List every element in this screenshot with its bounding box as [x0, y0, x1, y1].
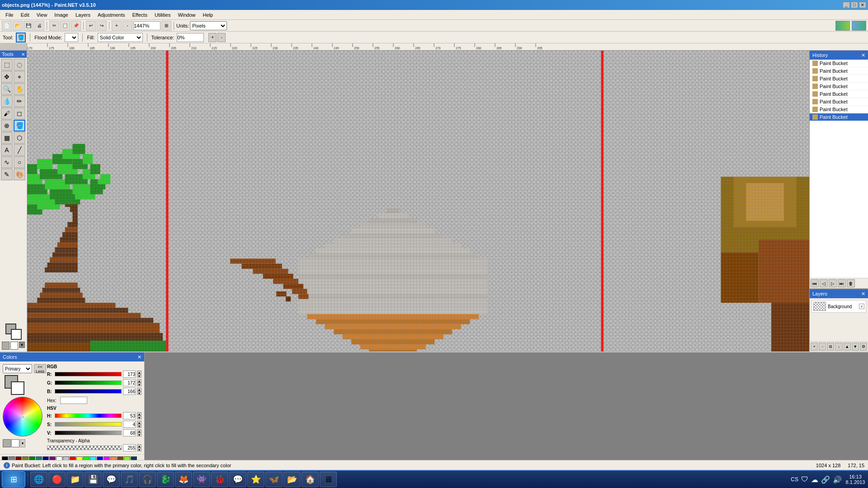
- tool-pan[interactable]: ✋: [14, 83, 25, 95]
- taskbar-floppy[interactable]: 💾: [85, 472, 102, 487]
- history-item-7[interactable]: Paint Bucket: [810, 106, 868, 113]
- redo-button[interactable]: ↪: [97, 21, 107, 31]
- tool-text[interactable]: A: [1, 144, 13, 156]
- menu-utilities[interactable]: Utilities: [151, 10, 174, 19]
- taskbar-alien[interactable]: 👾: [193, 472, 210, 487]
- menu-window[interactable]: Window: [174, 10, 199, 19]
- taskbar-butterfly[interactable]: 🦋: [265, 472, 283, 487]
- color-wheel-container[interactable]: [3, 397, 42, 436]
- tool-lasso[interactable]: ◌: [14, 59, 25, 70]
- g-input[interactable]: 172: [123, 379, 136, 386]
- history-item-8[interactable]: Paint Bucket: [810, 113, 868, 121]
- taskbar-chat[interactable]: 💬: [103, 472, 120, 487]
- tool-magic-wand[interactable]: ⌖: [14, 71, 25, 83]
- history-item-5[interactable]: Paint Bucket: [810, 90, 868, 98]
- more-colors-icon[interactable]: ▼: [19, 342, 25, 348]
- taskbar-chrome[interactable]: 🌐: [30, 472, 47, 487]
- layers-move-up[interactable]: ▲: [844, 343, 851, 351]
- zoom-in-button[interactable]: +: [112, 21, 122, 31]
- layers-merge-down[interactable]: ↓: [835, 343, 842, 351]
- tolerance-input[interactable]: [177, 33, 204, 42]
- taskbar-opera[interactable]: 🔴: [48, 472, 66, 487]
- history-undo-all[interactable]: ⏮: [811, 279, 819, 287]
- h-down[interactable]: ▼: [137, 416, 142, 419]
- tool-paint-bucket[interactable]: 🪣: [14, 120, 25, 131]
- history-item-3[interactable]: Paint Bucket: [810, 75, 868, 83]
- history-item-1[interactable]: Paint Bucket: [810, 60, 868, 67]
- r-down[interactable]: ▼: [137, 374, 142, 378]
- taskbar-home[interactable]: 🏠: [302, 472, 319, 487]
- h-up[interactable]: ▲: [137, 412, 142, 416]
- fill-select[interactable]: Solid Color: [98, 33, 143, 42]
- window-controls[interactable]: _ □ ✕: [843, 2, 866, 8]
- layers-add[interactable]: +: [811, 343, 818, 351]
- history-item-2[interactable]: Paint Bucket: [810, 67, 868, 75]
- v-down[interactable]: ▼: [137, 433, 142, 436]
- secondary-color-swatch[interactable]: [11, 381, 24, 395]
- tool-pencil[interactable]: ✏: [14, 95, 25, 107]
- undo-button[interactable]: ↩: [86, 21, 96, 31]
- save-button[interactable]: 💾: [24, 21, 33, 31]
- hex-input[interactable]: ADACA6: [60, 397, 87, 404]
- layers-move-down[interactable]: ▼: [852, 343, 859, 351]
- color-mode-select[interactable]: Primary Secondary: [3, 364, 32, 373]
- maximize-button[interactable]: □: [851, 2, 858, 8]
- tool-ellipse[interactable]: ○: [14, 156, 25, 168]
- h-input[interactable]: 53: [123, 412, 136, 419]
- menu-help[interactable]: Help: [199, 10, 217, 19]
- b-up[interactable]: ▲: [137, 388, 142, 391]
- history-redo-all[interactable]: ⏭: [838, 279, 846, 287]
- r-up[interactable]: ▲: [137, 371, 142, 374]
- s-down[interactable]: ▼: [137, 424, 142, 428]
- taskbar-game2[interactable]: 🦊: [175, 472, 192, 487]
- less-button[interactable]: << Less: [34, 364, 46, 373]
- history-redo[interactable]: ▷: [829, 279, 837, 287]
- new-button[interactable]: 📄: [2, 21, 12, 31]
- menu-layers[interactable]: Layers: [72, 10, 94, 19]
- colors-close[interactable]: ✕: [137, 354, 142, 360]
- history-close[interactable]: ✕: [861, 52, 865, 58]
- s-input[interactable]: 4: [123, 421, 136, 428]
- layers-delete[interactable]: -: [819, 343, 826, 351]
- layers-close[interactable]: ✕: [861, 291, 865, 297]
- background-color-box[interactable]: [11, 329, 22, 340]
- history-delete[interactable]: 🗑: [847, 279, 855, 287]
- taskbar-headphones[interactable]: 🎧: [139, 472, 156, 487]
- secondary-color-icon[interactable]: [10, 342, 18, 350]
- taskbar-music[interactable]: 🎵: [121, 472, 138, 487]
- taskbar-skype[interactable]: 💬: [229, 472, 246, 487]
- taskbar-files[interactable]: 📁: [66, 472, 84, 487]
- r-input[interactable]: 173: [123, 371, 136, 378]
- taskbar-folder[interactable]: 📂: [283, 472, 301, 487]
- tolerance-dec[interactable]: -: [217, 33, 226, 42]
- swatch-menu[interactable]: ▼: [20, 439, 25, 447]
- tool-move[interactable]: ✥: [1, 71, 13, 83]
- b-input[interactable]: 166: [123, 388, 136, 395]
- tool-shapes[interactable]: ⬡: [14, 132, 25, 144]
- menu-view[interactable]: View: [33, 10, 51, 19]
- tools-close[interactable]: ✕: [21, 52, 25, 57]
- layers-duplicate[interactable]: ⧉: [827, 343, 834, 351]
- s-up[interactable]: ▲: [137, 421, 142, 424]
- tool-rectangle-select[interactable]: ⬚: [1, 59, 13, 70]
- tool-paintbrush[interactable]: 🖌: [1, 108, 13, 119]
- units-select[interactable]: Pixels Inches Centimeters: [190, 21, 227, 30]
- layers-settings[interactable]: ⚙: [860, 343, 867, 351]
- menu-effects[interactable]: Effects: [129, 10, 151, 19]
- tool-freeform[interactable]: ✎: [1, 169, 13, 180]
- tool-clone[interactable]: ⊕: [1, 120, 13, 131]
- tool-eyedropper[interactable]: 💧: [1, 95, 13, 107]
- tool-line[interactable]: ╱: [14, 144, 25, 156]
- layer-visibility[interactable]: ✓: [859, 304, 864, 309]
- history-item-4[interactable]: Paint Bucket: [810, 83, 868, 90]
- menu-image[interactable]: Image: [51, 10, 72, 19]
- v-up[interactable]: ▲: [137, 429, 142, 433]
- sys-icon-cs[interactable]: CS: [791, 476, 798, 483]
- alpha-up[interactable]: ▲: [137, 444, 142, 448]
- paste-button[interactable]: 📌: [71, 21, 81, 31]
- alpha-input[interactable]: 255: [123, 444, 136, 451]
- alpha-down[interactable]: ▼: [137, 448, 142, 451]
- zoom-fit-button[interactable]: ⊞: [161, 21, 171, 31]
- sys-icon-shield[interactable]: 🛡: [801, 475, 808, 483]
- taskbar-game1[interactable]: 🐉: [157, 472, 174, 487]
